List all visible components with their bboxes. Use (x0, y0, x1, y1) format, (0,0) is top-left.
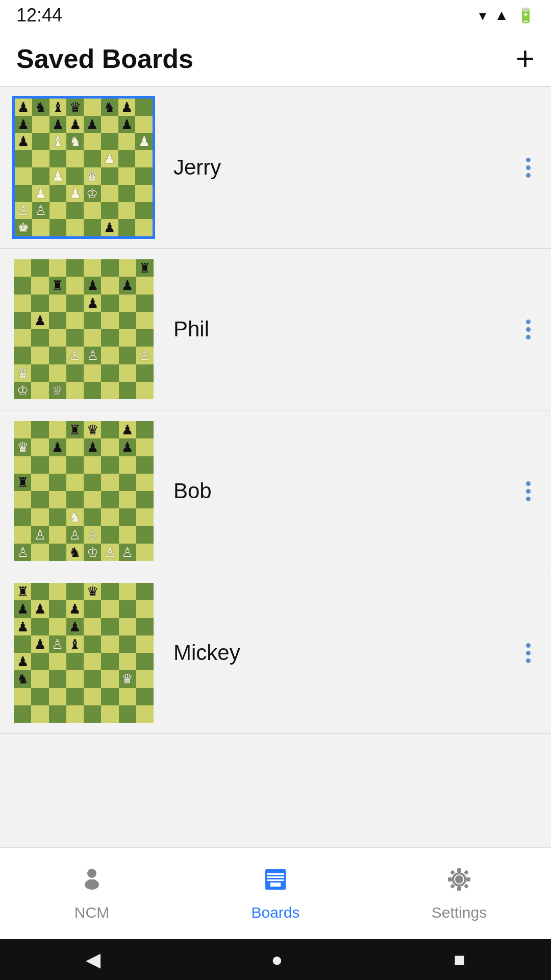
chess-cell (101, 583, 118, 600)
chess-cell (66, 583, 84, 600)
chess-cell (101, 295, 118, 312)
chess-cell (84, 150, 101, 167)
chess-cell: ♙ (84, 526, 101, 544)
chess-cell (84, 382, 101, 399)
recent-button[interactable]: ■ (454, 949, 466, 971)
chess-cell (49, 491, 66, 508)
chess-cell: ♟ (15, 99, 32, 116)
chess-cell: ♞ (101, 99, 118, 116)
back-button[interactable]: ◀ (86, 948, 101, 971)
chess-cell (119, 508, 136, 526)
svg-rect-5 (267, 876, 284, 878)
chess-cell (84, 364, 101, 382)
chess-cell (136, 544, 154, 561)
chess-cell (136, 670, 154, 688)
ncm-label: NCM (74, 904, 109, 921)
add-board-button[interactable]: + (516, 42, 535, 75)
settings-icon (446, 866, 472, 899)
chess-cell (136, 382, 154, 399)
chess-cell (31, 474, 48, 491)
chess-cell (135, 219, 153, 236)
chess-cell: ♙ (14, 544, 31, 561)
chess-cell (101, 705, 118, 723)
board-name: Mickey (173, 641, 518, 665)
chess-cell (15, 185, 32, 202)
chess-cell (136, 312, 154, 329)
more-options-button[interactable] (518, 638, 539, 668)
chess-cell (101, 421, 118, 438)
chess-cell (31, 688, 48, 705)
chess-cell (136, 474, 154, 491)
chess-cell: ♝ (49, 133, 67, 151)
chess-cell (101, 185, 118, 202)
chess-cell (66, 167, 84, 185)
chess-cell (14, 508, 31, 526)
chess-cell (66, 202, 84, 219)
chess-cell (84, 705, 101, 723)
chess-cell (136, 653, 154, 670)
chess-cell (66, 312, 84, 329)
nav-item-ncm[interactable]: NCM (0, 866, 184, 921)
chess-cell (49, 150, 67, 167)
chess-cell (135, 99, 153, 116)
chess-cell: ♟ (49, 167, 67, 185)
chess-cell: ♙ (15, 202, 32, 219)
board-item-mickey[interactable]: ♜♛♟♟♟♟♟♟♙♝♟♞♛Mickey (0, 572, 551, 734)
chess-cell (119, 653, 136, 670)
svg-rect-7 (270, 883, 281, 887)
chess-cell (66, 382, 84, 399)
chess-cell: ♟ (66, 600, 84, 618)
chess-cell (84, 635, 101, 653)
chess-cell (101, 347, 118, 364)
board-item-jerry[interactable]: ♟♞♝♛♞♟♟♟♟♟♟♟♝♞♟♟♟♛♟♟♔♙♙♚♟Jerry (0, 87, 551, 249)
chess-cell (66, 219, 84, 236)
chess-cell (49, 295, 66, 312)
chess-cell (118, 167, 136, 185)
board-list: ♟♞♝♛♞♟♟♟♟♟♟♟♝♞♟♟♟♛♟♟♔♙♙♚♟Jerry♜♜♟♟♟♟♙♙♙♛… (0, 87, 551, 847)
chess-cell: ♞ (66, 508, 84, 526)
chess-cell: ♔ (14, 382, 31, 399)
more-options-button[interactable] (518, 476, 539, 506)
chess-cell (84, 329, 101, 347)
chess-cell: ♝ (66, 635, 84, 653)
chess-cell (119, 474, 136, 491)
chess-cell (66, 364, 84, 382)
chess-cell: ♔ (84, 544, 101, 561)
chess-cell (136, 295, 154, 312)
chess-cell (101, 312, 118, 329)
chess-cell (66, 653, 84, 670)
chess-cell (135, 116, 153, 133)
chess-cell (66, 474, 84, 491)
chess-cell (136, 618, 154, 635)
chess-cell (49, 544, 66, 561)
chess-cell (101, 474, 118, 491)
svg-rect-10 (457, 868, 461, 872)
chess-cell (101, 116, 118, 133)
nav-item-boards[interactable]: Boards (184, 866, 367, 921)
chess-cell: ♙ (84, 347, 101, 364)
chess-cell (84, 474, 101, 491)
board-name: Phil (173, 317, 518, 341)
chess-cell (119, 382, 136, 399)
svg-rect-2 (88, 879, 96, 886)
chess-cell: ♟ (66, 185, 84, 202)
chess-cell: ♛ (84, 421, 101, 438)
chess-cell (31, 421, 48, 438)
chess-cell: ♚ (15, 219, 32, 236)
chess-cell: ♟ (118, 116, 136, 133)
board-item-bob[interactable]: ♜♛♟♛♟♟♟♜♞♙♙♙♙♞♔♙♙Bob (0, 410, 551, 572)
home-button[interactable]: ● (271, 949, 283, 971)
board-item-phil[interactable]: ♜♜♟♟♟♟♙♙♙♛♔♕Phil (0, 249, 551, 410)
svg-point-0 (87, 869, 96, 878)
chess-cell (15, 167, 32, 185)
chess-cell (31, 491, 48, 508)
signal-icon: ▲ (494, 7, 509, 23)
svg-rect-6 (267, 879, 284, 881)
more-options-button[interactable] (518, 314, 539, 345)
more-options-button[interactable] (518, 153, 539, 183)
status-icons: ▾ ▲ 🔋 (479, 7, 535, 24)
chess-cell (31, 705, 48, 723)
chess-cell (66, 259, 84, 277)
nav-item-settings[interactable]: Settings (367, 866, 551, 921)
chess-cell (49, 526, 66, 544)
